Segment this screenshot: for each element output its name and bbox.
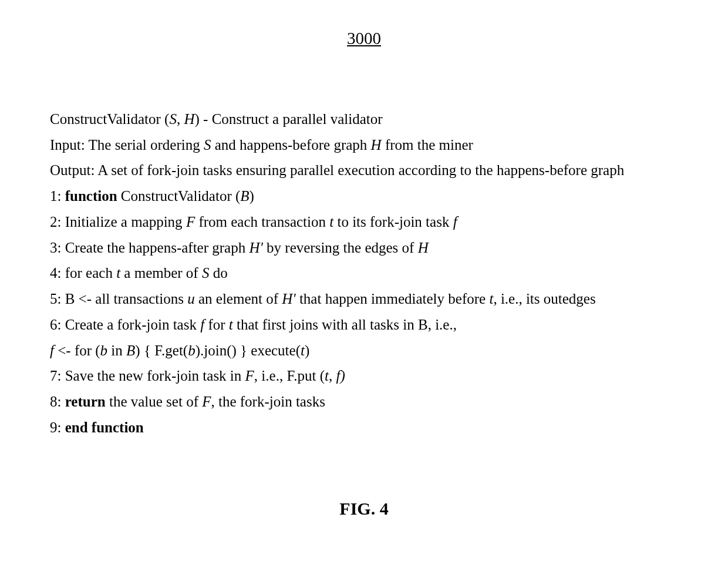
l4-prefix: 4: for each (50, 265, 116, 281)
l2-prefix: 2: Initialize a mapping (50, 214, 186, 230)
var-b: b (100, 342, 108, 358)
l4-end: do (209, 265, 227, 281)
var-B: B (240, 188, 249, 204)
l5-end: , i.e., its outedges (493, 291, 595, 307)
algo-line-9: 9: end function (50, 415, 678, 441)
l6-mid1: for (204, 317, 229, 332)
var-t: t (325, 368, 329, 384)
l7-prefix: 7: Save the new fork-join task in (50, 368, 245, 384)
algo-line-6b: f <- for (b in B) { F.get(b).join() } ex… (50, 338, 678, 364)
algo-line-4: 4: for each t a member of S do (50, 260, 678, 286)
l1-rest: ConstructValidator ( (117, 188, 241, 204)
l2-mid2: to its fork-join task (333, 214, 453, 230)
l6b-mid2: in (107, 342, 126, 358)
var-Hprime: H' (282, 291, 295, 307)
algo-line-7: 7: Save the new fork-join task in F, i.e… (50, 363, 678, 389)
var-f: f (50, 342, 54, 358)
algo-name-suffix: ) - Construct a parallel validator (195, 111, 383, 127)
l9-num: 9: (50, 419, 65, 435)
keyword-return: return (65, 394, 106, 409)
input-mid: and happens-before graph (211, 137, 370, 153)
input-end: from the miner (382, 137, 473, 153)
algo-output: Output: A set of fork-join tasks ensurin… (50, 157, 678, 183)
var-S: S (169, 111, 177, 127)
l5-mid1: an element of (195, 291, 282, 307)
l6-prefix: 6: Create a fork-join task (50, 317, 200, 332)
l6b-mid1: <- for ( (54, 342, 100, 358)
var-S: S (204, 137, 211, 153)
l7-sep: , (329, 368, 336, 384)
l5-mid2: that happen immediately before (296, 291, 490, 307)
l6b-mid3: ) { F.get( (135, 342, 188, 358)
var-S: S (202, 265, 210, 281)
var-B: B (126, 342, 135, 358)
figure-caption: FIG. 4 (50, 493, 678, 525)
var-F: F (245, 368, 254, 384)
var-f: f (453, 214, 457, 230)
line-num: 1: (50, 188, 65, 204)
var-u: u (187, 291, 195, 307)
l6b-mid4: ).join() } execute( (196, 342, 301, 358)
var-t: t (229, 317, 233, 332)
args-sep: , (177, 111, 184, 127)
figure-number: 3000 (50, 23, 678, 53)
l7-mid: , i.e., F.put ( (254, 368, 325, 384)
algo-title: ConstructValidator (S, H) - Construct a … (50, 106, 678, 132)
l1-close: ) (250, 188, 254, 204)
l4-mid: a member of (120, 265, 202, 281)
algo-line-6: 6: Create a fork-join task f for t that … (50, 312, 678, 338)
algo-line-2: 2: Initialize a mapping F from each tran… (50, 209, 678, 235)
l6b-close: ) (305, 342, 309, 358)
algo-input: Input: The serial ordering S and happens… (50, 132, 678, 158)
var-t: t (301, 342, 305, 358)
var-F: F (186, 214, 195, 230)
algo-name-prefix: ConstructValidator ( (50, 111, 169, 127)
l3-mid: by reversing the edges of (263, 240, 418, 256)
algo-line-1: 1: function ConstructValidator (B) (50, 183, 678, 209)
var-f: f) (336, 368, 345, 384)
l8-num: 8: (50, 394, 65, 409)
var-H: H (371, 137, 382, 153)
l3-prefix: 3: Create the happens-after graph (50, 240, 249, 256)
l6-end: that first joins with all tasks in B, i.… (233, 317, 457, 332)
var-H: H (184, 111, 194, 127)
var-b: b (188, 342, 196, 358)
keyword-end-function: end function (65, 419, 144, 435)
algorithm-block: ConstructValidator (S, H) - Construct a … (50, 106, 678, 441)
l8-end: , the fork-join tasks (211, 394, 325, 409)
var-H: H (418, 240, 429, 256)
l8-mid: the value set of (106, 394, 203, 409)
algo-line-3: 3: Create the happens-after graph H' by … (50, 235, 678, 261)
keyword-function: function (65, 188, 117, 204)
algo-line-5: 5: B <- all transactions u an element of… (50, 286, 678, 312)
algo-line-8: 8: return the value set of F, the fork-j… (50, 389, 678, 415)
var-Hprime: H' (249, 240, 262, 256)
l5-prefix: 5: B <- all transactions (50, 291, 187, 307)
input-label: Input: The serial ordering (50, 137, 204, 153)
var-F: F (202, 394, 211, 409)
l2-mid1: from each transaction (195, 214, 329, 230)
